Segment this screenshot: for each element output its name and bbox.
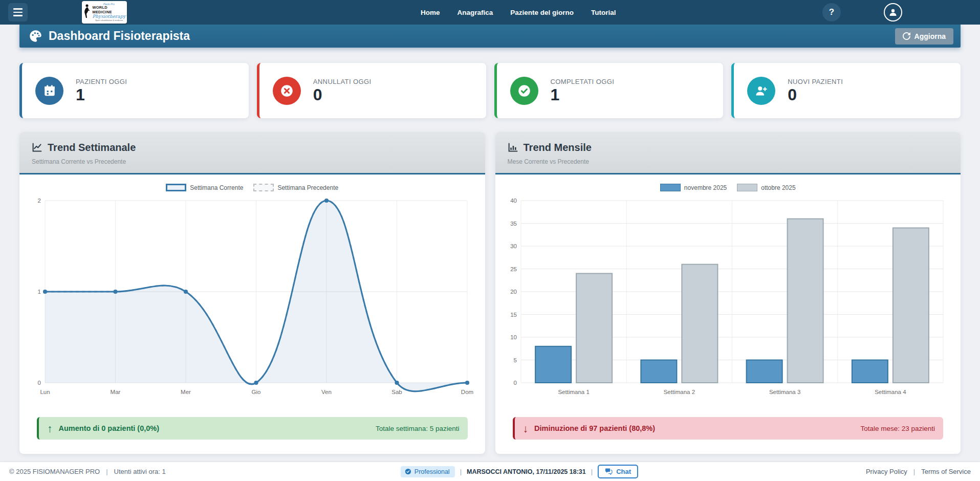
monthly-summary-alert: ↓ Diminuzione di 97 pazienti (80,8%) Tot… [513,417,944,440]
svg-text:30: 30 [510,243,517,249]
monthly-card-body: novembre 2025 ottobre 2025 0510152025303… [495,174,961,454]
refresh-icon [903,32,910,40]
x-circle-icon [273,77,301,105]
legend-swatch-current [166,184,186,191]
plan-badge: Professional [401,466,455,477]
monthly-card-header: Trend Mensile Mese Corrente vs Precedent… [495,132,961,174]
weekly-alert-text: Aumento di 0 pazienti (0,0%) [59,424,160,432]
active-users-text: Utenti attivi ora: 1 [114,468,166,475]
weekly-card-title: Trend Settimanale [48,142,136,154]
monthly-card-subtitle: Mese Corrente vs Precedente [508,158,949,165]
svg-text:Mer: Mer [181,389,191,395]
hamburger-menu-button[interactable] [8,3,28,21]
svg-text:20: 20 [510,289,517,295]
svg-text:2: 2 [38,198,41,204]
chat-button[interactable]: Chat [598,465,638,478]
arrow-up-icon: ↑ [47,423,53,434]
stat-card-completati-oggi: COMPLETATI OGGI 1 [494,63,724,118]
weekly-card-subtitle: Settimana Corrente vs Precedente [32,158,473,165]
separator: | [591,468,593,475]
app-logo[interactable]: Paolo Pro WORLD MEDICINE Physiotherapy S… [82,1,127,24]
legend-swatch-previous [253,184,274,191]
svg-text:0: 0 [513,380,516,386]
svg-text:0: 0 [38,380,41,386]
footer-left: © 2025 FISIOMANAGER PRO | Utenti attivi … [9,468,166,475]
legend-item-settimana-precedente[interactable]: Settimana Precedente [253,184,338,191]
svg-text:5: 5 [513,357,516,363]
stat-value: 0 [313,86,372,104]
nav-link-anagrafica[interactable]: Anagrafica [458,9,493,16]
legend-label: novembre 2025 [684,184,727,191]
privacy-policy-link[interactable]: Privacy Policy [866,468,907,475]
top-navbar: Paolo Pro WORLD MEDICINE Physiotherapy S… [0,0,980,25]
stat-card-nuovi-pazienti: NUOVI PAZIENTI 0 [731,63,961,118]
legend-item-ottobre[interactable]: ottobre 2025 [737,184,795,191]
svg-text:15: 15 [510,312,517,318]
palette-icon [29,29,42,43]
weekly-total: Totale settimana: 5 pazienti [376,425,460,432]
svg-text:Lun: Lun [40,389,50,395]
logo-text: Paolo Pro WORLD MEDICINE Physiotherapy S… [92,3,125,21]
weekly-trend-card: Trend Settimanale Settimana Corrente vs … [19,132,485,454]
stat-label: ANNULLATI OGGI [313,78,372,85]
separator: | [106,468,107,475]
legend-label: ottobre 2025 [761,184,795,191]
charts-row: Trend Settimanale Settimana Corrente vs … [19,132,961,454]
plan-badge-label: Professional [415,468,450,475]
legend-item-settimana-corrente[interactable]: Settimana Corrente [166,184,243,191]
svg-text:Gio: Gio [252,389,261,395]
svg-text:25: 25 [510,266,517,272]
copyright-text: © 2025 FISIOMANAGER PRO [9,468,100,475]
page-header: Dashboard Fisioterapista Aggiorna [19,25,961,48]
logo-line4: Sport rehabilitation & medicine [95,19,123,21]
svg-text:35: 35 [510,221,517,227]
user-avatar-button[interactable] [884,3,902,21]
help-button[interactable]: ? [822,3,841,21]
refresh-button[interactable]: Aggiorna [895,28,953,45]
stat-label: PAZIENTI OGGI [76,78,127,85]
svg-text:Settimana 2: Settimana 2 [663,389,694,395]
monthly-trend-card: Trend Mensile Mese Corrente vs Precedent… [495,132,961,454]
svg-text:Settimana 1: Settimana 1 [558,389,589,395]
legend-swatch-novembre [660,184,681,191]
refresh-button-label: Aggiorna [914,32,946,40]
terms-of-service-link[interactable]: Terms of Service [921,468,971,475]
arrow-down-icon: ↓ [523,423,529,434]
nav-link-home[interactable]: Home [421,9,440,16]
svg-text:Ven: Ven [321,389,332,395]
legend-label: Settimana Corrente [190,184,243,191]
chat-icon [605,468,613,475]
monthly-card-title: Trend Mensile [524,142,592,154]
nav-links: Home Anagrafica Paziente del giorno Tuto… [421,9,616,16]
chat-button-label: Chat [616,468,631,475]
stat-label: COMPLETATI OGGI [551,78,615,85]
weekly-legend: Settimana Corrente Settimana Precedente [166,184,338,191]
weekly-card-body: Settimana Corrente Settimana Precedente … [19,174,485,454]
monthly-total: Totale mese: 23 pazienti [860,425,935,432]
svg-text:40: 40 [510,198,517,204]
svg-text:Settimana 3: Settimana 3 [769,389,800,395]
stat-value: 1 [76,86,127,104]
nav-link-tutorial[interactable]: Tutorial [591,9,616,16]
footer: © 2025 FISIOMANAGER PRO | Utenti attivi … [0,462,980,481]
separator: | [460,468,462,475]
nav-link-paziente-del-giorno[interactable]: Paziente del giorno [510,9,574,16]
stat-card-text: NUOVI PAZIENTI 0 [788,78,843,104]
stat-value: 0 [788,86,843,104]
logo-line2: WORLD MEDICINE [92,6,125,14]
bar-chart-icon [508,142,518,153]
page-title: Dashboard Fisioterapista [49,29,190,43]
svg-text:Settimana 4: Settimana 4 [875,389,906,395]
monthly-legend: novembre 2025 ottobre 2025 [660,184,796,191]
weekly-line-chart: LunMarMerGioVenSabDom012 [30,194,474,398]
legend-item-novembre[interactable]: novembre 2025 [660,184,727,191]
stat-card-text: ANNULLATI OGGI 0 [313,78,372,104]
legend-label: Settimana Precedente [277,184,338,191]
monthly-alert-text: Diminuzione di 97 pazienti (80,8%) [534,424,655,432]
user-icon [888,8,898,17]
stat-card-text: PAZIENTI OGGI 1 [76,78,127,104]
legend-swatch-ottobre [737,184,757,191]
monthly-bar-chart: 0510152025303540Settimana 1Settimana 2Se… [506,194,950,398]
weekly-card-header: Trend Settimanale Settimana Corrente vs … [19,132,485,174]
question-mark-icon: ? [829,7,834,17]
